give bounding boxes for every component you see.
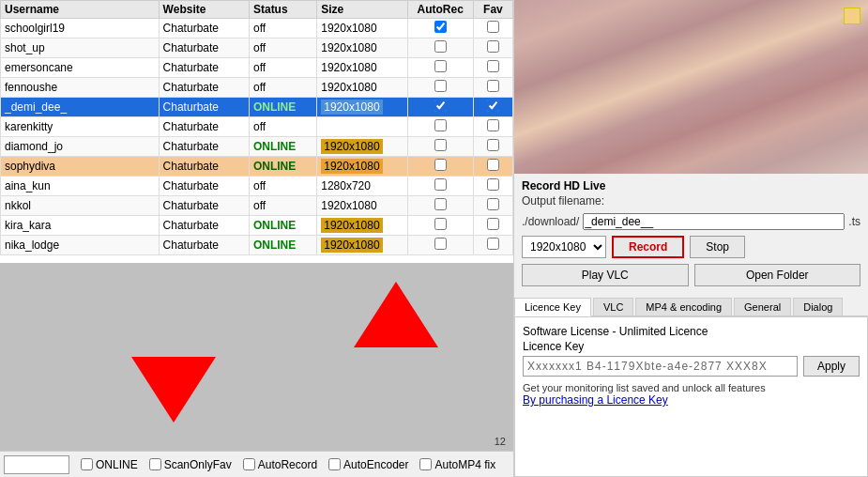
fav-checkbox[interactable] xyxy=(487,100,499,112)
page-number: 12 xyxy=(495,436,506,447)
table-row[interactable]: sophydiva Chaturbate ONLINE 1920x1080 xyxy=(1,157,513,177)
auto-mp4-checkbox[interactable] xyxy=(419,458,432,470)
cell-autorec xyxy=(407,177,473,196)
cell-autorec xyxy=(407,117,473,137)
cell-autorec xyxy=(407,157,473,177)
cell-fav xyxy=(473,19,512,38)
autorec-checkbox[interactable] xyxy=(434,139,447,151)
fav-checkbox[interactable] xyxy=(487,159,499,171)
cell-autorec xyxy=(407,98,473,117)
status-text: ONLINE xyxy=(253,219,296,232)
status-text: ONLINE xyxy=(253,160,296,173)
fav-checkbox[interactable] xyxy=(487,218,499,230)
cell-size: 1920x1080 xyxy=(317,19,407,38)
fav-checkbox[interactable] xyxy=(487,60,499,72)
fav-checkbox[interactable] xyxy=(487,238,499,250)
tab-dialog[interactable]: Dialog xyxy=(793,298,843,315)
record-button[interactable]: Record xyxy=(612,236,684,258)
cell-size: 1920x1080 xyxy=(317,98,407,117)
autorec-checkbox[interactable] xyxy=(434,21,447,33)
table-row[interactable]: schoolgirl19 Chaturbate off 1920x1080 xyxy=(1,19,513,38)
fav-checkbox[interactable] xyxy=(487,119,499,131)
cell-size: 1920x1080 xyxy=(317,137,407,157)
autorec-checkbox[interactable] xyxy=(434,80,447,92)
autorec-checkbox[interactable] xyxy=(434,238,447,250)
table-row[interactable]: shot_up Chaturbate off 1920x1080 xyxy=(1,38,513,58)
scan-only-fav-checkbox[interactable] xyxy=(149,458,161,470)
fav-checkbox[interactable] xyxy=(487,178,499,191)
cell-username: fennoushe xyxy=(1,78,160,98)
cell-status: off xyxy=(249,38,316,58)
table-row[interactable]: emersoncane Chaturbate off 1920x1080 xyxy=(1,58,513,78)
cell-username: nkkol xyxy=(1,196,160,216)
table-row[interactable]: kira_kara Chaturbate ONLINE 1920x1080 xyxy=(1,216,513,236)
table-row[interactable]: nika_lodge Chaturbate ONLINE 1920x1080 xyxy=(1,236,513,255)
arrow-area: 12 xyxy=(0,263,513,451)
resolution-select[interactable]: 1920x10801280x720854x480 xyxy=(522,236,606,258)
fav-checkbox[interactable] xyxy=(487,21,499,33)
cell-size xyxy=(317,117,407,137)
online-filter-checkbox[interactable] xyxy=(81,458,93,470)
autorec-checkbox[interactable] xyxy=(434,119,447,131)
open-folder-button[interactable]: Open Folder xyxy=(694,264,861,286)
cell-website: Chaturbate xyxy=(159,196,249,216)
tab-licence-key[interactable]: Licence Key xyxy=(514,298,591,316)
autorec-checkbox[interactable] xyxy=(434,178,447,191)
col-header-website: Website xyxy=(159,1,249,19)
licence-section: Software License - Unlimited Licence Lic… xyxy=(523,325,860,407)
table-row[interactable]: aina_kun Chaturbate off 1280x720 xyxy=(1,177,513,196)
cell-status: off xyxy=(249,177,316,196)
controls-row: 1920x10801280x720854x480 Record Stop xyxy=(522,236,860,258)
autorec-checkbox[interactable] xyxy=(434,198,447,210)
output-path-row: ./download/ .ts xyxy=(522,213,860,230)
tab-general[interactable]: General xyxy=(734,298,791,315)
auto-encoder-checkbox[interactable] xyxy=(328,458,341,470)
cell-fav xyxy=(473,196,512,216)
arrow-up-icon xyxy=(354,282,438,347)
cell-autorec xyxy=(407,19,473,38)
licence-key-input[interactable] xyxy=(523,356,798,377)
status-text: ONLINE xyxy=(253,100,296,114)
table-row[interactable]: karenkitty Chaturbate off xyxy=(1,117,513,137)
output-filename-input[interactable] xyxy=(583,213,845,230)
col-header-username: Username xyxy=(1,1,160,19)
fav-checkbox[interactable] xyxy=(487,80,499,92)
fav-checkbox[interactable] xyxy=(487,139,499,151)
fav-checkbox[interactable] xyxy=(487,40,499,53)
fav-checkbox[interactable] xyxy=(487,198,499,210)
status-text: ONLINE xyxy=(253,140,296,153)
left-panel: Username Website Status Size AutoRec Fav… xyxy=(0,0,514,477)
stop-button[interactable]: Stop xyxy=(690,236,745,258)
autorec-checkbox[interactable] xyxy=(434,159,447,171)
autorec-checkbox[interactable] xyxy=(434,60,447,72)
col-header-fav: Fav xyxy=(473,1,512,19)
cell-size: 1920x1080 xyxy=(317,236,407,255)
table-row[interactable]: diamond_jo Chaturbate ONLINE 1920x1080 xyxy=(1,137,513,157)
output-ext: .ts xyxy=(848,215,860,228)
autorec-checkbox[interactable] xyxy=(434,100,447,112)
tab-vlc[interactable]: VLC xyxy=(593,298,633,315)
table-row[interactable]: fennoushe Chaturbate off 1920x1080 xyxy=(1,78,513,98)
cell-fav xyxy=(473,157,512,177)
apply-button[interactable]: Apply xyxy=(803,356,860,377)
autorec-checkbox[interactable] xyxy=(434,40,447,53)
cell-username: schoolgirl19 xyxy=(1,19,160,38)
search-input[interactable] xyxy=(4,455,69,474)
output-label: Output filename: xyxy=(522,194,604,208)
cell-status: ONLINE xyxy=(249,236,316,255)
auto-mp4-text: AutoMP4 fix xyxy=(434,458,495,471)
licence-title: Software License - Unlimited Licence xyxy=(523,325,860,338)
table-row[interactable]: _demi_dee_ Chaturbate ONLINE 1920x1080 xyxy=(1,98,513,117)
cell-fav xyxy=(473,216,512,236)
cell-status: off xyxy=(249,58,316,78)
licence-link[interactable]: By purchasing a Licence Key xyxy=(523,393,668,407)
tabs-bar: Licence KeyVLCMP4 & encodingGeneralDialo… xyxy=(514,298,868,316)
scan-only-fav-label: ScanOnlyFav xyxy=(149,458,232,471)
table-row[interactable]: nkkol Chaturbate off 1920x1080 xyxy=(1,196,513,216)
arrow-down-icon xyxy=(131,357,216,423)
autorec-checkbox[interactable] xyxy=(434,218,447,230)
tab-mp4--encoding[interactable]: MP4 & encoding xyxy=(635,298,732,315)
auto-record-checkbox[interactable] xyxy=(243,458,255,470)
play-vlc-button[interactable]: Play VLC xyxy=(522,264,689,286)
col-header-status: Status xyxy=(249,1,316,19)
